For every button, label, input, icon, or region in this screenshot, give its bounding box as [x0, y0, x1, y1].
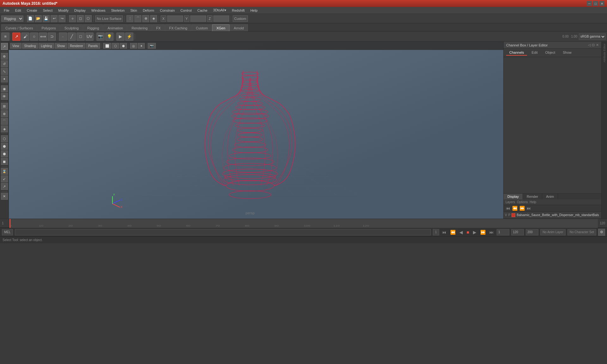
soft-select-button[interactable]: ○ — [30, 33, 38, 41]
step-back-button[interactable]: ⏪ — [449, 230, 457, 235]
display-tab-display[interactable]: Display — [504, 194, 523, 199]
show-icons-button[interactable]: ≡ — [1, 33, 9, 41]
component-button-2[interactable]: ⬢ — [1, 143, 8, 150]
component-button-1[interactable]: ⬡ — [1, 135, 8, 142]
cb-tab-show[interactable]: Show — [560, 50, 575, 56]
display-tab-render[interactable]: Render — [523, 194, 542, 199]
attribute-editor-strip[interactable]: Attribute Editor — [602, 42, 607, 64]
mode-dropdown[interactable]: Rigging — [1, 15, 23, 22]
x-coord-input[interactable] — [167, 15, 183, 22]
tab-custom[interactable]: Custom — [192, 24, 212, 31]
tab-animation[interactable]: Animation — [103, 24, 127, 31]
menu-constrain[interactable]: Constrain — [157, 7, 177, 14]
rotate-tool[interactable]: ↺ — [1, 60, 8, 67]
z-coord-input[interactable] — [213, 15, 229, 22]
vp-wireframe-mode[interactable]: ⬡ — [112, 43, 119, 49]
play-forward-button[interactable]: ▶ — [472, 230, 477, 235]
menu-edit[interactable]: Edit — [13, 7, 24, 14]
playback-end-input[interactable] — [527, 230, 537, 234]
show-hide-button[interactable]: 👁 — [1, 93, 8, 100]
play-back-button[interactable]: ◀ — [458, 230, 464, 235]
vp-shading-menu[interactable]: Shading — [22, 43, 38, 49]
snap-point-button[interactable]: ⊕ — [142, 15, 149, 22]
cb-tab-edit[interactable]: Edit — [528, 50, 541, 56]
close-button[interactable]: ✕ — [599, 1, 604, 6]
paint-effects-button[interactable]: 🖌 — [21, 33, 29, 41]
menu-select[interactable]: Select — [40, 7, 55, 14]
cb-close-button[interactable]: ✕ — [596, 43, 599, 47]
tab-curves-surfaces[interactable]: Curves / Surfaces — [1, 24, 37, 31]
playback-end-field[interactable] — [526, 229, 538, 235]
vp-view-menu[interactable]: View — [10, 43, 21, 49]
go-end-button[interactable]: ⏭ — [488, 230, 495, 235]
stop-button[interactable]: ■ — [466, 230, 470, 235]
vp-show-menu[interactable]: Show — [55, 43, 67, 49]
layer-visibility[interactable]: V — [505, 213, 507, 217]
output-button[interactable]: ↗ — [1, 183, 8, 190]
snap-point-left[interactable]: ⊕ — [1, 110, 8, 117]
vp-smooth-shade[interactable]: ⬢ — [120, 43, 127, 49]
render-button[interactable]: ▶ — [116, 33, 125, 41]
select-tool[interactable]: ⟡ — [69, 15, 76, 22]
menu-skeleton[interactable]: Skeleton — [108, 7, 127, 14]
tab-rigging[interactable]: Rigging — [83, 24, 103, 31]
snap-curve-button[interactable]: ⌒ — [134, 15, 141, 22]
anim-layer-dropdown[interactable]: No Anim Layer — [540, 229, 566, 235]
vp-xray[interactable]: ✦ — [138, 43, 145, 49]
tab-fx-caching[interactable]: FX Caching — [165, 24, 191, 31]
undo-button[interactable]: ↩ — [51, 15, 58, 22]
menu-cache[interactable]: Cache — [195, 7, 210, 14]
minimize-button[interactable]: ─ — [587, 1, 592, 6]
go-start-button[interactable]: ⏮ — [441, 230, 447, 235]
layers-option[interactable]: Layers — [506, 200, 515, 204]
tab-fx[interactable]: FX — [152, 24, 165, 31]
translate-tool[interactable]: ⊕ — [1, 53, 8, 60]
ipr-button[interactable]: ⚡ — [125, 33, 133, 41]
cb-collapse-button[interactable]: ◁ — [588, 43, 591, 47]
menu-deform[interactable]: Deform — [140, 7, 157, 14]
component-button-4[interactable]: ◼ — [1, 158, 8, 165]
timeline-ruler[interactable]: 0 10 20 30 40 50 60 70 80 90 100 110 120 — [9, 219, 598, 228]
range-end-field[interactable] — [511, 229, 524, 235]
snap-surface-left[interactable]: ◈ — [1, 125, 8, 132]
layer-first-button[interactable]: ⏮ — [505, 206, 511, 211]
step-forward-button[interactable]: ⏩ — [479, 230, 487, 235]
light-button[interactable]: 💡 — [105, 33, 113, 41]
range-start-field[interactable] — [497, 229, 509, 235]
menu-modify[interactable]: Modify — [56, 7, 71, 14]
save-scene-button[interactable]: 💾 — [43, 15, 50, 22]
tab-sculpting[interactable]: Sculpting — [60, 24, 83, 31]
camera-button[interactable]: 📷 — [96, 33, 105, 41]
range-start-input[interactable] — [498, 230, 508, 234]
range-end-input[interactable] — [513, 230, 522, 234]
window-controls[interactable]: ─ □ ✕ — [587, 1, 604, 6]
vp-camera-settings[interactable]: 📷 — [148, 43, 156, 49]
vp-panels-menu[interactable]: Panels — [86, 43, 100, 49]
menu-create[interactable]: Create — [24, 7, 40, 14]
menu-3dto-all[interactable]: 3DtoAll▾ — [211, 7, 229, 14]
redo-button[interactable]: ↪ — [58, 15, 65, 22]
select-mode-button[interactable]: ↗ — [12, 33, 21, 41]
y-coord-input[interactable] — [190, 15, 206, 22]
menu-help[interactable]: Help — [248, 7, 260, 14]
edge-mode-button[interactable]: ╱ — [68, 33, 76, 41]
cb-tab-object[interactable]: Object — [542, 50, 558, 56]
vp-renderer-menu[interactable]: Renderer — [68, 43, 85, 49]
menu-redshift[interactable]: Redshift — [230, 7, 247, 14]
scale-tool[interactable]: ⤡ — [1, 68, 8, 75]
tab-xgen[interactable]: XGen — [212, 24, 229, 31]
soft-select-left[interactable]: ◉ — [1, 85, 8, 92]
proportional-button[interactable]: ⊃ — [48, 33, 56, 41]
menu-skin[interactable]: Skin — [128, 7, 139, 14]
tab-polygons[interactable]: Polygons — [37, 24, 60, 31]
snap-curve-left[interactable]: ⌒ — [1, 118, 8, 125]
layer-pickable[interactable]: P — [508, 213, 511, 217]
viewport[interactable]: View Shading Lighting Show Renderer Pane… — [9, 42, 503, 219]
uv-mode-button[interactable]: UV — [85, 33, 94, 41]
vp-isolate[interactable]: ◎ — [130, 43, 137, 49]
no-live-surface-label[interactable]: No Live Surface — [95, 15, 123, 22]
layer-item[interactable]: V P Balsamic_Sauce_Bottle_with_Dispenser… — [504, 212, 601, 219]
command-field[interactable] — [15, 229, 431, 235]
tab-arnold[interactable]: Arnold — [230, 24, 248, 31]
script-mode-toggle[interactable]: MEL — [2, 229, 13, 235]
